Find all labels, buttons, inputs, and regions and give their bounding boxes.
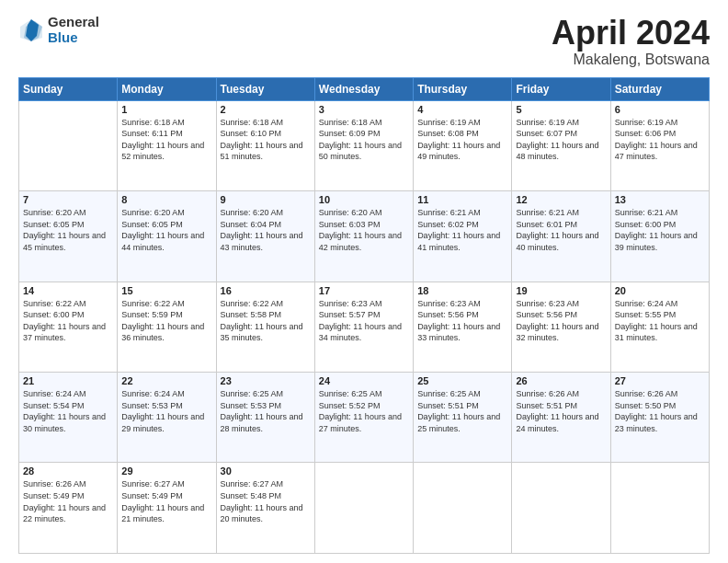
day-number: 3	[319, 104, 409, 115]
day-info: Sunrise: 6:25 AM Sunset: 5:52 PM Dayligh…	[319, 388, 409, 434]
day-number: 5	[516, 104, 606, 115]
table-row: 28Sunrise: 6:26 AM Sunset: 5:49 PM Dayli…	[19, 463, 710, 554]
table-cell: 25Sunrise: 6:25 AM Sunset: 5:51 PM Dayli…	[414, 373, 512, 463]
table-cell: 11Sunrise: 6:21 AM Sunset: 6:02 PM Dayli…	[414, 191, 512, 282]
day-info: Sunrise: 6:27 AM Sunset: 5:49 PM Dayligh…	[121, 478, 211, 524]
day-number: 9	[221, 194, 311, 205]
day-info: Sunrise: 6:26 AM Sunset: 5:49 PM Dayligh…	[23, 478, 113, 524]
logo-blue-label: Blue	[48, 30, 99, 46]
day-number: 7	[23, 194, 113, 205]
day-number: 8	[121, 194, 211, 205]
day-number: 20	[615, 285, 705, 296]
day-number: 27	[615, 375, 705, 386]
day-info: Sunrise: 6:21 AM Sunset: 6:01 PM Dayligh…	[516, 207, 606, 253]
day-number: 29	[121, 465, 211, 477]
day-info: Sunrise: 6:24 AM Sunset: 5:55 PM Dayligh…	[615, 298, 705, 344]
calendar-location: Makaleng, Botswana	[552, 52, 710, 68]
day-info: Sunrise: 6:24 AM Sunset: 5:53 PM Dayligh…	[121, 388, 211, 434]
day-number: 2	[221, 104, 311, 115]
col-tuesday: Tuesday	[216, 77, 314, 100]
day-number: 13	[615, 194, 705, 205]
day-info: Sunrise: 6:21 AM Sunset: 6:00 PM Dayligh…	[615, 207, 705, 253]
col-sunday: Sunday	[19, 77, 118, 100]
col-saturday: Saturday	[610, 77, 709, 100]
logo-general-label: General	[48, 15, 99, 30]
table-row: 21Sunrise: 6:24 AM Sunset: 5:54 PM Dayli…	[19, 373, 710, 463]
table-cell: 14Sunrise: 6:22 AM Sunset: 6:00 PM Dayli…	[19, 282, 118, 372]
logo: General Blue	[18, 15, 99, 45]
title-block: April 2024 Makaleng, Botswana	[552, 15, 710, 68]
day-number: 19	[516, 285, 606, 296]
table-cell: 26Sunrise: 6:26 AM Sunset: 5:51 PM Dayli…	[512, 373, 610, 463]
calendar-table: Sunday Monday Tuesday Wednesday Thursday…	[18, 77, 710, 554]
table-cell: 6Sunrise: 6:19 AM Sunset: 6:06 PM Daylig…	[610, 100, 709, 190]
table-cell: 16Sunrise: 6:22 AM Sunset: 5:58 PM Dayli…	[216, 282, 314, 372]
table-cell: 7Sunrise: 6:20 AM Sunset: 6:05 PM Daylig…	[19, 191, 118, 282]
header: General Blue April 2024 Makaleng, Botswa…	[18, 15, 710, 68]
day-number: 18	[417, 285, 507, 296]
day-number: 12	[516, 194, 606, 205]
logo-text: General Blue	[48, 15, 99, 45]
table-cell: 13Sunrise: 6:21 AM Sunset: 6:00 PM Dayli…	[610, 191, 709, 282]
day-info: Sunrise: 6:22 AM Sunset: 6:00 PM Dayligh…	[23, 298, 113, 344]
table-cell: 19Sunrise: 6:23 AM Sunset: 5:56 PM Dayli…	[512, 282, 610, 372]
day-info: Sunrise: 6:23 AM Sunset: 5:56 PM Dayligh…	[516, 298, 606, 344]
table-row: 1Sunrise: 6:18 AM Sunset: 6:11 PM Daylig…	[19, 100, 710, 190]
table-cell: 24Sunrise: 6:25 AM Sunset: 5:52 PM Dayli…	[314, 373, 413, 463]
day-number: 6	[615, 104, 705, 115]
day-number: 10	[319, 194, 409, 205]
table-cell: 29Sunrise: 6:27 AM Sunset: 5:49 PM Dayli…	[118, 463, 216, 554]
table-row: 14Sunrise: 6:22 AM Sunset: 6:00 PM Dayli…	[19, 282, 710, 372]
day-info: Sunrise: 6:25 AM Sunset: 5:53 PM Dayligh…	[221, 388, 311, 434]
day-number: 4	[417, 104, 507, 115]
table-cell: 17Sunrise: 6:23 AM Sunset: 5:57 PM Dayli…	[314, 282, 413, 372]
day-info: Sunrise: 6:19 AM Sunset: 6:08 PM Dayligh…	[417, 117, 507, 163]
col-friday: Friday	[512, 77, 610, 100]
table-cell: 30Sunrise: 6:27 AM Sunset: 5:48 PM Dayli…	[216, 463, 314, 554]
day-number: 1	[121, 104, 211, 115]
table-cell: 10Sunrise: 6:20 AM Sunset: 6:03 PM Dayli…	[314, 191, 413, 282]
table-cell	[512, 463, 610, 554]
table-cell: 23Sunrise: 6:25 AM Sunset: 5:53 PM Dayli…	[216, 373, 314, 463]
table-cell: 28Sunrise: 6:26 AM Sunset: 5:49 PM Dayli…	[19, 463, 118, 554]
day-info: Sunrise: 6:19 AM Sunset: 6:06 PM Dayligh…	[615, 117, 705, 163]
table-cell: 12Sunrise: 6:21 AM Sunset: 6:01 PM Dayli…	[512, 191, 610, 282]
page: General Blue April 2024 Makaleng, Botswa…	[0, 0, 728, 563]
day-info: Sunrise: 6:27 AM Sunset: 5:48 PM Dayligh…	[221, 478, 311, 524]
day-info: Sunrise: 6:26 AM Sunset: 5:51 PM Dayligh…	[516, 388, 606, 434]
table-cell	[610, 463, 709, 554]
day-number: 16	[221, 285, 311, 296]
table-cell: 5Sunrise: 6:19 AM Sunset: 6:07 PM Daylig…	[512, 100, 610, 190]
day-info: Sunrise: 6:26 AM Sunset: 5:50 PM Dayligh…	[615, 388, 705, 434]
col-thursday: Thursday	[414, 77, 512, 100]
header-row: Sunday Monday Tuesday Wednesday Thursday…	[19, 77, 710, 100]
day-number: 25	[417, 375, 507, 386]
day-number: 24	[319, 375, 409, 386]
day-number: 30	[221, 465, 311, 477]
day-info: Sunrise: 6:20 AM Sunset: 6:03 PM Dayligh…	[319, 207, 409, 253]
day-number: 17	[319, 285, 409, 296]
day-info: Sunrise: 6:18 AM Sunset: 6:09 PM Dayligh…	[319, 117, 409, 163]
day-info: Sunrise: 6:22 AM Sunset: 5:58 PM Dayligh…	[221, 298, 311, 344]
day-number: 14	[23, 285, 113, 296]
day-info: Sunrise: 6:18 AM Sunset: 6:11 PM Dayligh…	[121, 117, 211, 163]
day-info: Sunrise: 6:21 AM Sunset: 6:02 PM Dayligh…	[417, 207, 507, 253]
table-cell: 4Sunrise: 6:19 AM Sunset: 6:08 PM Daylig…	[414, 100, 512, 190]
table-cell	[314, 463, 413, 554]
table-cell	[19, 100, 118, 190]
table-row: 7Sunrise: 6:20 AM Sunset: 6:05 PM Daylig…	[19, 191, 710, 282]
day-info: Sunrise: 6:24 AM Sunset: 5:54 PM Dayligh…	[23, 388, 113, 434]
table-cell: 27Sunrise: 6:26 AM Sunset: 5:50 PM Dayli…	[610, 373, 709, 463]
day-info: Sunrise: 6:19 AM Sunset: 6:07 PM Dayligh…	[516, 117, 606, 163]
day-number: 22	[121, 375, 211, 386]
day-info: Sunrise: 6:20 AM Sunset: 6:05 PM Dayligh…	[23, 207, 113, 253]
table-cell: 9Sunrise: 6:20 AM Sunset: 6:04 PM Daylig…	[216, 191, 314, 282]
table-cell	[414, 463, 512, 554]
day-info: Sunrise: 6:20 AM Sunset: 6:04 PM Dayligh…	[221, 207, 311, 253]
calendar-title: April 2024	[552, 15, 710, 52]
col-wednesday: Wednesday	[314, 77, 413, 100]
logo-icon	[18, 17, 44, 43]
table-cell: 18Sunrise: 6:23 AM Sunset: 5:56 PM Dayli…	[414, 282, 512, 372]
day-number: 21	[23, 375, 113, 386]
day-number: 11	[417, 194, 507, 205]
